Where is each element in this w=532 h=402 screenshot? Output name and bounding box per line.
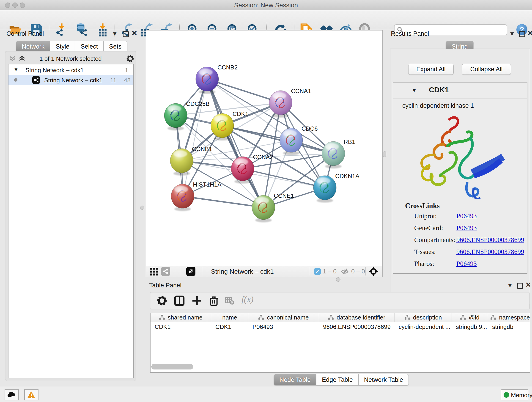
- gear-icon[interactable]: [126, 55, 134, 63]
- crosslink-link[interactable]: P06493: [456, 224, 477, 232]
- warning-button[interactable]: [24, 389, 38, 400]
- tab-sets[interactable]: Sets: [104, 41, 127, 52]
- table-row[interactable]: CDK1CDK1P064939606.ENSP00000378699cyclin…: [151, 322, 530, 332]
- tab-node-table[interactable]: Node Table: [274, 374, 317, 385]
- edge-CCNB2-CCNE1[interactable]: [207, 79, 264, 207]
- collapse-triangle-icon[interactable]: ▼: [412, 87, 417, 94]
- table-cell[interactable]: stringdb: [488, 323, 530, 331]
- node-CCNE1[interactable]: CCNE1: [252, 192, 294, 222]
- columns-icon[interactable]: [174, 295, 185, 306]
- table-cell[interactable]: CDK1: [151, 323, 211, 331]
- crosslink-link[interactable]: P06493: [456, 212, 477, 220]
- grid-view-icon[interactable]: [150, 268, 158, 275]
- crosslink-link[interactable]: 9606.ENSP00000378699: [456, 248, 524, 255]
- float-window-icon[interactable]: [517, 283, 523, 289]
- separator: [365, 267, 366, 275]
- separator: [181, 267, 181, 275]
- tab-network-table[interactable]: Network Table: [359, 374, 409, 385]
- right-splitter[interactable]: [383, 30, 386, 276]
- close-panel-icon[interactable]: ✕: [527, 30, 532, 37]
- fit-content-crosshair-icon[interactable]: [369, 267, 378, 276]
- tree-icon: [460, 314, 466, 320]
- selected-checkbox-icon[interactable]: ✓: [314, 268, 321, 275]
- node-label-CDKN1A: CDKN1A: [335, 172, 360, 179]
- network-canvas[interactable]: CCNB2CCNA1CDC25BCDK1CDC6RB1CCNB1CCNA2CDK…: [146, 31, 382, 266]
- table-cell[interactable]: CDK1: [211, 323, 248, 331]
- network-row-selected[interactable]: String Network – cdk1 11 48: [8, 75, 133, 85]
- float-window-icon[interactable]: [123, 31, 129, 37]
- add-column-icon[interactable]: [191, 295, 202, 306]
- table-header-row: shared namenamecanonical namedatabase id…: [151, 313, 530, 322]
- current-network-name: String Network – cdk1: [211, 268, 274, 275]
- column-header-database-identifier[interactable]: database identifier: [319, 313, 394, 322]
- share-view-icon[interactable]: [161, 267, 170, 276]
- expand-all-button[interactable]: Expand All: [408, 64, 454, 75]
- float-menu-icon[interactable]: ▼: [509, 30, 515, 37]
- float-menu-icon[interactable]: ▼: [507, 282, 513, 289]
- column-header-name[interactable]: name: [211, 313, 248, 322]
- network-selected-count: 1 of 1 Network selected: [5, 55, 136, 62]
- results-panel: Results Panel ▼ ✕ String Expand All Coll…: [387, 30, 532, 282]
- table-cell[interactable]: stringdb:9...: [452, 323, 488, 331]
- memory-button[interactable]: Memory: [501, 389, 528, 400]
- node-CCNA1[interactable]: CCNA1: [269, 88, 311, 118]
- delete-column-icon[interactable]: [209, 295, 219, 306]
- node-gene-name: CDK1: [429, 86, 449, 94]
- node-CDC25B[interactable]: CDC25B: [164, 100, 210, 130]
- collapse-all-button[interactable]: Collapse All: [462, 64, 511, 75]
- edge-CCNA2-CDKN1A[interactable]: [243, 169, 325, 188]
- table-toolbar: f(x): [150, 292, 530, 309]
- close-panel-icon[interactable]: ✕: [525, 281, 531, 288]
- function-builder-icon[interactable]: f(x): [241, 294, 254, 304]
- crosslink-link[interactable]: 9606.ENSP00000378699: [456, 236, 524, 244]
- column-header-canonical-name[interactable]: canonical name: [248, 313, 319, 322]
- crosslink-row: Pharos:P06493: [393, 260, 527, 272]
- open-in-window-icon[interactable]: [186, 267, 196, 276]
- tab-style[interactable]: Style: [50, 41, 75, 52]
- column-header-shared-name[interactable]: shared name: [151, 313, 211, 322]
- hidden-eye-icon[interactable]: [341, 268, 349, 275]
- control-panel-title: Control Panel: [6, 30, 44, 37]
- table-cell[interactable]: cyclin-dependent ...: [394, 323, 452, 331]
- network-view[interactable]: CCNB2CCNA1CDC25BCDK1CDC6RB1CCNB1CCNA2CDK…: [146, 30, 383, 277]
- tree-icon: [490, 314, 496, 320]
- node-table[interactable]: shared namenamecanonical namedatabase id…: [150, 313, 530, 373]
- column-header--id[interactable]: @id: [452, 313, 488, 322]
- horizontal-scrollbar[interactable]: [152, 364, 193, 370]
- node-RB1[interactable]: RB1: [322, 138, 355, 168]
- tab-edge-table[interactable]: Edge Table: [317, 374, 359, 385]
- control-panel-tabs: NetworkStyleSelectSets: [16, 41, 127, 52]
- node-label-CCNB1: CCNB1: [192, 146, 212, 153]
- collapse-triangle-icon[interactable]: ▼: [13, 67, 19, 73]
- node-section-header[interactable]: ▼ CDK1: [393, 83, 527, 99]
- column-label: database identifier: [336, 314, 385, 321]
- node-CCNA2[interactable]: CCNA2: [231, 153, 273, 184]
- column-header-namespace[interactable]: namespace: [488, 313, 530, 322]
- crosslink-link[interactable]: P06493: [456, 260, 477, 268]
- hidden-counts: 0 – 0: [351, 268, 365, 275]
- tab-select[interactable]: Select: [75, 41, 104, 52]
- table-cell[interactable]: 9606.ENSP00000378699: [319, 323, 394, 331]
- float-menu-icon[interactable]: ▼: [112, 30, 118, 37]
- delete-table-icon[interactable]: [225, 295, 234, 306]
- tab-network[interactable]: Network: [16, 41, 50, 52]
- results-panel-title: Results Panel: [391, 30, 429, 37]
- table-cell[interactable]: P06493: [248, 323, 319, 331]
- network-collection-row[interactable]: ▼ String Network – cdk1 1: [8, 65, 133, 75]
- titlebar: Session: New Session: [0, 0, 532, 10]
- edge-HIST1H1A-CCNE1[interactable]: [183, 196, 264, 207]
- separator: [203, 267, 203, 275]
- node-label-HIST1H1A: HIST1H1A: [193, 181, 222, 188]
- gear-icon[interactable]: [157, 295, 167, 306]
- cloud-button[interactable]: [5, 389, 19, 400]
- node-HIST1H1A[interactable]: HIST1H1A: [171, 181, 222, 211]
- right-splitter-handle[interactable]: [383, 151, 386, 157]
- separator: [309, 267, 309, 275]
- column-header-description[interactable]: description: [394, 313, 452, 322]
- node-CCNB2[interactable]: CCNB2: [196, 64, 238, 94]
- left-splitter-handle[interactable]: [140, 206, 144, 210]
- node-CDKN1A[interactable]: CDKN1A: [313, 172, 360, 203]
- float-window-icon[interactable]: [519, 31, 525, 37]
- close-panel-icon[interactable]: ✕: [132, 30, 137, 37]
- node-CCNB1[interactable]: CCNB1: [170, 146, 212, 176]
